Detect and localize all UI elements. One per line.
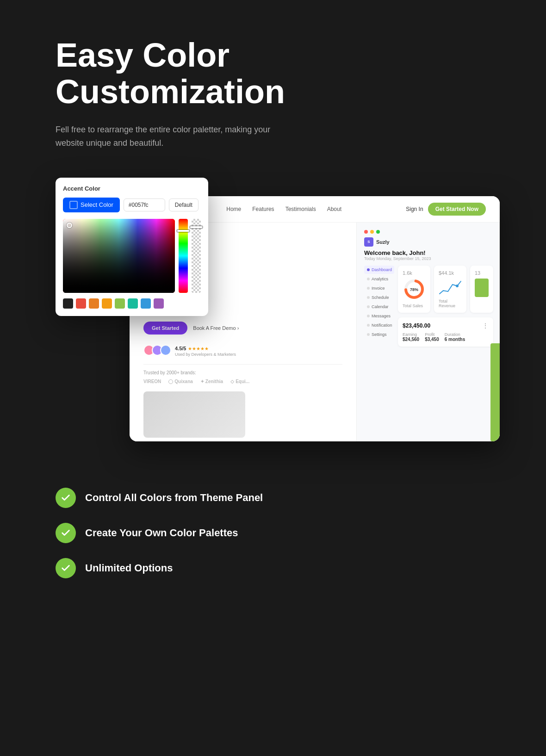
swatch-red[interactable] [76, 298, 86, 309]
sidebar-schedule: Schedule [364, 293, 394, 302]
hue-handle [177, 230, 189, 232]
metric-sales-label: Total Sales [403, 304, 426, 308]
alpha-handle [190, 226, 202, 228]
swatch-blue[interactable] [141, 298, 151, 309]
feature-text-1: Control All Colors from Theme Panel [85, 492, 263, 504]
alpha-slider[interactable] [192, 219, 201, 293]
dashboard-layout: Dashboard Analytics Invoice [364, 266, 492, 350]
nav-cta-button[interactable]: Get Started Now [428, 203, 486, 216]
hero-subtitle: Fell free to rearrange the entire color … [56, 123, 287, 150]
brand-quixana: Quixana [168, 379, 192, 384]
sidebar-dot-analytics [367, 278, 370, 280]
check-icon-1 [56, 488, 76, 508]
product-image-preview [143, 391, 245, 438]
window-controls [364, 230, 492, 234]
brand-zenithia: ✦ Zenithia [200, 379, 223, 384]
app-name: Suzly [376, 239, 390, 245]
sidebar-dot-calendar [367, 305, 370, 308]
avatars [143, 345, 171, 356]
rating-stars: ★★★★★ [188, 346, 209, 351]
sidebar-dot-schedule [367, 296, 370, 299]
sidebar-analytics: Analytics [364, 275, 394, 283]
nav-links: Home Features Testimonials About [226, 206, 341, 212]
brand-equi: ◇ Equi... [230, 379, 249, 384]
hex-input[interactable] [124, 198, 165, 211]
brand-vireon: VIREON [143, 379, 161, 384]
avatar-3 [160, 345, 171, 356]
svg-point-3 [456, 285, 459, 287]
hue-slider[interactable] [179, 219, 188, 293]
metric-revenue-sub: $44.1k [439, 270, 462, 276]
sidebar-settings: Settings [364, 330, 394, 339]
gradient-circle [67, 223, 72, 228]
dashboard-date: Today Monday, September 15, 2023 [364, 256, 492, 261]
nav-buttons: Sign In Get Started Now [406, 203, 486, 216]
preview-rating: 4.5/5 ★★★★★ Used by Developers & Markete… [143, 344, 342, 357]
default-button[interactable]: Default [169, 198, 199, 211]
preview-cta-row: Get Started Book A Free Demo › [143, 322, 342, 335]
rating-score: 4.5/5 [175, 346, 188, 351]
sidebar-dot-settings [367, 333, 370, 336]
preview-dashboard: S Suzly Welcome back, John! Today Monday… [356, 223, 500, 441]
revenue-menu[interactable]: ⋮ [482, 322, 489, 329]
metric-revenue-label: Total Revenue [439, 299, 462, 308]
feature-item-3: Unlimited Options [56, 558, 500, 578]
swatch-purple[interactable] [154, 298, 164, 309]
sidebar-notification: Notification [364, 321, 394, 329]
screenshot-area: Accent Color Select Color Default [56, 178, 500, 441]
swatch-teal[interactable] [128, 298, 138, 309]
preview-get-started-button[interactable]: Get Started [143, 322, 187, 335]
metrics-row: 1.6k 78% Total Sales [398, 266, 493, 313]
select-color-button[interactable]: Select Color [63, 198, 120, 212]
check-icon-2 [56, 523, 76, 543]
metric-revenue: $44.1k Total Revenue [434, 266, 466, 313]
metric-third: 13 [470, 266, 493, 313]
nav-home: Home [226, 206, 241, 212]
feature-text-2: Create Your Own Color Palettes [85, 527, 238, 539]
trusted-label: Trusted by 2000+ brands: [143, 370, 342, 375]
revenue-amount: $23,450.00 [403, 322, 430, 329]
checkmark-svg-1 [61, 493, 71, 503]
feature-item-1: Control All Colors from Theme Panel [56, 488, 500, 508]
dashboard-welcome-block: Welcome back, John! Today Monday, Septem… [364, 249, 492, 261]
rev-duration: Duration 6 months [445, 332, 465, 342]
sidebar-dashboard: Dashboard [364, 266, 394, 274]
panel-title: Accent Color [63, 185, 201, 192]
rev-earning: Earning $24,560 [403, 332, 419, 342]
check-icon-3 [56, 558, 76, 578]
brand-logos: VIREON Quixana ✦ Zenithia ◇ Equi... [143, 379, 342, 384]
swatch-green[interactable] [115, 298, 125, 309]
feature-item-2: Create Your Own Color Palettes [56, 523, 500, 543]
revenue-card: $23,450.00 ⋮ Earning $24,560 Pr [398, 317, 493, 347]
nav-features: Features [252, 206, 274, 212]
color-swatches [63, 298, 201, 309]
color-controls-row: Select Color Default [63, 198, 201, 212]
checkmark-svg-3 [61, 563, 71, 573]
swatch-orange[interactable] [89, 298, 99, 309]
side-indicator [490, 343, 500, 441]
minimize-dot [370, 230, 374, 234]
line-chart-svg [439, 278, 462, 296]
nav-about: About [327, 206, 341, 212]
preview-book-demo-link[interactable]: Book A Free Demo › [193, 325, 239, 331]
swatch-yellow[interactable] [102, 298, 112, 309]
features-list: Control All Colors from Theme Panel Crea… [56, 478, 500, 578]
revenue-meta: Earning $24,560 Profit $3,450 Duration [403, 332, 489, 342]
sidebar-dot-notification [367, 324, 370, 327]
dashboard-sidebar-nav: Dashboard Analytics Invoice [364, 266, 394, 350]
sidebar-messages: Messages [364, 312, 394, 320]
color-picker-panel: Accent Color Select Color Default [56, 178, 208, 316]
svg-text:78%: 78% [410, 287, 418, 292]
rev-profit: Profit $3,450 [425, 332, 439, 342]
feature-text-3: Unlimited Options [85, 562, 173, 574]
dashboard-main: 1.6k 78% Total Sales [398, 266, 493, 350]
rating-sub: Used by Developers & Marketers [175, 352, 236, 357]
expand-dot [376, 230, 380, 234]
dashboard-app-header: S Suzly [364, 237, 492, 247]
swatch-black[interactable] [63, 298, 73, 309]
nav-signin: Sign In [406, 206, 423, 212]
sidebar-dot-dashboard [367, 268, 370, 271]
color-gradient[interactable] [63, 219, 175, 293]
sidebar-dot-messages [367, 315, 370, 317]
sidebar-dot-invoice [367, 287, 370, 290]
